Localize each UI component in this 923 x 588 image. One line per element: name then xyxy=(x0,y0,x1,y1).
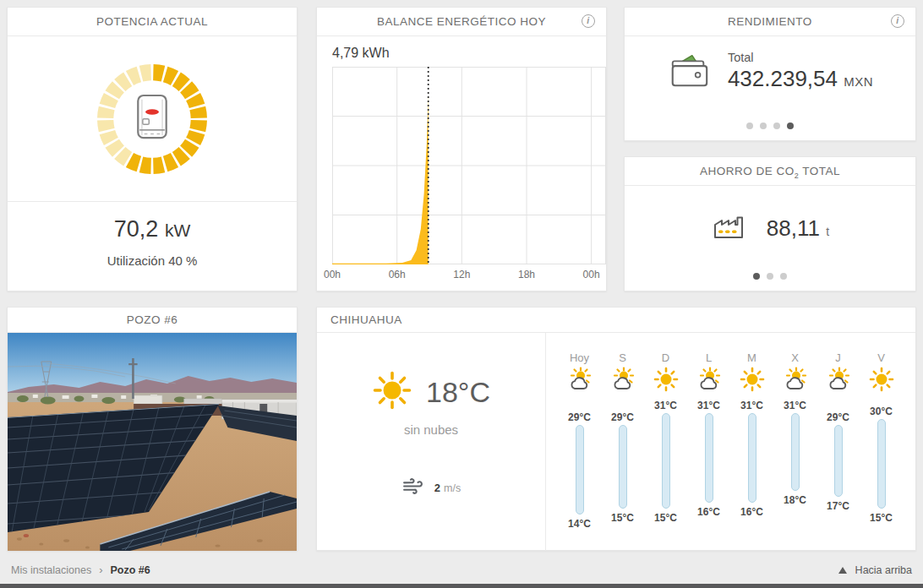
carousel-dot[interactable] xyxy=(767,273,773,280)
forecast-day-column: S 29°C15°C xyxy=(601,333,644,551)
yield-total-label: Total xyxy=(728,51,873,64)
carousel-dot[interactable] xyxy=(773,122,780,129)
info-icon[interactable] xyxy=(582,14,595,28)
forecast-low-temp: 16°C xyxy=(730,506,773,518)
x-axis-ticks: 00h06h12h18h00h xyxy=(332,269,606,282)
x-axis-tick: 00h xyxy=(583,269,600,280)
sun-cloud-icon xyxy=(558,367,601,395)
current-conditions: 18°C xyxy=(372,370,490,414)
sun-cloud-icon xyxy=(816,367,860,395)
up-arrow-icon xyxy=(838,567,847,574)
forecast-day-column: X 31°C18°C xyxy=(773,333,816,551)
forecast-high-temp: 29°C xyxy=(558,411,601,423)
forecast-day-column: D 31°C15°C xyxy=(644,333,687,551)
forecast-high-temp: 31°C xyxy=(773,400,816,411)
card-title-potencia: POTENCIA ACTUAL xyxy=(8,8,297,36)
yield-amount: 432.239,54 xyxy=(728,66,838,91)
co2-value: 88,11 t xyxy=(767,215,829,242)
forecast-temp-bar xyxy=(705,413,713,503)
ahorro-title-rest: TOTAL xyxy=(799,165,840,177)
forecast-low-temp: 14°C xyxy=(558,518,601,530)
carousel-dots xyxy=(625,117,915,133)
forecast-low-temp: 15°C xyxy=(644,512,687,524)
forecast-high-temp: 29°C xyxy=(816,411,860,423)
scroll-to-top-link[interactable]: Hacia arriba xyxy=(838,564,912,576)
carousel-dot[interactable] xyxy=(780,273,787,280)
current-condition-label: sin nubes xyxy=(404,422,458,437)
forecast-day-label: M xyxy=(730,351,773,364)
info-icon[interactable] xyxy=(891,14,904,28)
breadcrumb: Mis instalaciones Pozo #6 xyxy=(11,564,150,576)
x-axis-tick: 06h xyxy=(389,269,406,280)
card-title-balance: BALANCE ENERGÉTICO HOY xyxy=(317,8,606,36)
wind-unit: m/s xyxy=(444,482,461,494)
card-pozo-photo[interactable]: POZO #6 xyxy=(7,307,298,551)
wind-speed: 2 xyxy=(434,482,440,494)
rendimiento-title-text: RENDIMIENTO xyxy=(728,15,812,28)
card-ahorro-co2[interactable]: AHORRO DE CO2 TOTAL 88,11 t xyxy=(624,156,916,291)
forecast-day-label: J xyxy=(816,351,860,364)
carousel-dot[interactable] xyxy=(760,122,767,129)
co2-amount: 88,11 xyxy=(767,215,820,241)
forecast-high-temp: 31°C xyxy=(644,400,687,411)
card-rendimiento[interactable]: RENDIMIENTO Total 432.239,54 MXN xyxy=(624,7,916,141)
forecast-day-column: M 31°C16°C xyxy=(730,333,773,551)
carousel-dots xyxy=(625,268,915,283)
forecast-day-label: L xyxy=(687,351,730,364)
sun-icon xyxy=(730,367,773,395)
forecast-day-label: V xyxy=(860,351,903,364)
ahorro-title-text: AHORRO DE CO xyxy=(700,165,795,177)
carousel-dot[interactable] xyxy=(753,273,760,280)
sun-cloud-icon xyxy=(773,367,816,395)
carousel-dot[interactable] xyxy=(787,122,794,129)
utilization-label: Utilización 40 % xyxy=(8,253,297,268)
breadcrumb-current: Pozo #6 xyxy=(111,564,150,576)
forecast-temp-bar xyxy=(748,413,756,503)
up-label: Hacia arriba xyxy=(855,564,912,576)
forecast-day-label: X xyxy=(773,351,816,364)
weather-body: 18°C sin nubes 2 m/s Hoy xyxy=(317,333,915,551)
co2-text: 88,11 t xyxy=(767,215,829,242)
power-number: 70,2 xyxy=(114,216,159,242)
power-gauge-section xyxy=(8,36,297,201)
forecast-temp-bar xyxy=(877,419,886,509)
sun-cloud-icon xyxy=(601,367,644,395)
forecast-day-label: D xyxy=(644,351,687,364)
yield-value: 432.239,54 MXN xyxy=(728,66,873,92)
footer-strip xyxy=(0,584,923,588)
chevron-right-icon xyxy=(99,564,102,576)
co2-row: 88,11 t xyxy=(625,211,915,245)
forecast-high-temp: 29°C xyxy=(601,411,644,423)
card-potencia-actual[interactable]: POTENCIA ACTUAL 70,2 xyxy=(7,7,298,291)
forecast-low-temp: 18°C xyxy=(773,494,816,506)
forecast-temp-bar xyxy=(834,425,843,497)
factory-icon xyxy=(711,211,750,245)
forecast-low-temp: 17°C xyxy=(816,500,860,512)
energy-balance-chart xyxy=(332,67,606,264)
card-balance-energetico[interactable]: BALANCE ENERGÉTICO HOY 4,79 kWh 00h06h12… xyxy=(316,7,607,291)
forecast-temp-bar xyxy=(619,425,627,509)
current-temperature: 18°C xyxy=(426,376,490,409)
inverter-icon xyxy=(130,92,174,146)
sun-icon xyxy=(372,370,412,414)
forecast-day-column: J 29°C17°C xyxy=(816,333,860,551)
balance-title-text: BALANCE ENERGÉTICO HOY xyxy=(377,15,546,28)
forecast-day-label: S xyxy=(601,351,644,364)
forecast-high-temp: 31°C xyxy=(687,400,730,411)
power-gauge xyxy=(96,63,208,175)
sun-cloud-icon xyxy=(687,367,730,395)
x-axis-tick: 00h xyxy=(324,269,341,280)
card-title-weather: CHIHUAHUA xyxy=(317,308,915,333)
wind-icon xyxy=(401,476,424,500)
footer-bar: Mis instalaciones Pozo #6 Hacia arriba xyxy=(0,551,923,584)
carousel-dot[interactable] xyxy=(746,122,753,129)
forecast-low-temp: 16°C xyxy=(687,506,730,518)
forecast-temp-bar xyxy=(791,413,800,491)
solar-plant-photo xyxy=(8,333,297,551)
current-power-value: 70,2 kW xyxy=(8,216,297,242)
wallet-icon xyxy=(667,50,711,92)
card-weather-chihuahua[interactable]: CHIHUAHUA xyxy=(316,307,916,551)
forecast-day-column: V 30°C15°C xyxy=(860,333,903,551)
breadcrumb-root[interactable]: Mis instalaciones xyxy=(11,564,91,576)
x-axis-tick: 12h xyxy=(453,269,470,280)
